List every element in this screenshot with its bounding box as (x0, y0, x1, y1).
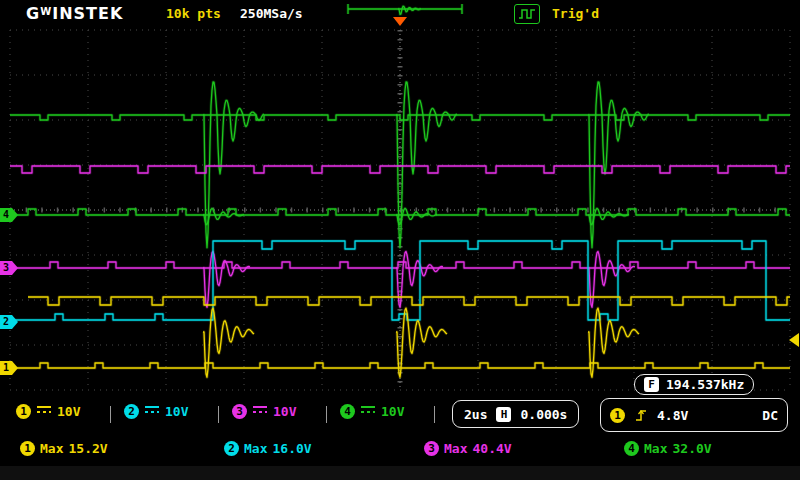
measurement-ch4: 4 Max 32.0V (624, 441, 712, 456)
trigger-level-marker (789, 333, 799, 347)
channel2-scale: 10V (165, 404, 188, 419)
channel3-settings: 3 10V (232, 404, 296, 419)
measurement-ch2-value: 16.0V (272, 441, 311, 456)
measurement-ch1-label: Max (40, 441, 63, 456)
channel4-scale: 10V (381, 404, 404, 419)
channel3-marker-label: 3 (0, 261, 12, 275)
channel4-marker-label: 4 (0, 208, 12, 222)
channel1-position-marker: 1 (0, 361, 18, 375)
separator (434, 406, 435, 423)
dc-coupling-icon (37, 406, 51, 417)
measurement-ch4-label: Max (644, 441, 667, 456)
marker-arrow-icon (12, 315, 18, 329)
measurement-ch3: 3 Max 40.4V (424, 441, 512, 456)
measurement-ch1-value: 15.2V (68, 441, 107, 456)
channel2-position-marker: 2 (0, 315, 18, 329)
measurement-ch2-label: Max (244, 441, 267, 456)
timebase-value: 2us (464, 407, 487, 422)
measurement-ch4-value: 32.0V (672, 441, 711, 456)
channel3-position-marker: 3 (0, 261, 18, 275)
separator (326, 406, 327, 423)
sample-rate-label: 250MSa/s (240, 6, 303, 21)
trigger-level-value: 4.8V (657, 408, 688, 423)
trigger-position-marker (393, 17, 407, 26)
channel3-scale: 10V (273, 404, 296, 419)
frequency-counter: F 194.537kHz (634, 374, 754, 395)
measurement-ch3-badge: 3 (424, 441, 439, 456)
dc-coupling-icon (145, 406, 159, 417)
frequency-value: 194.537kHz (666, 377, 744, 392)
dc-coupling-icon (253, 406, 267, 417)
horizontal-badge: H (496, 407, 511, 422)
measurement-ch3-value: 40.4V (472, 441, 511, 456)
memory-depth-label: 10k pts (166, 6, 221, 21)
measurement-ch3-label: Max (444, 441, 467, 456)
horizontal-position: 0.000s (520, 407, 567, 422)
marker-arrow-icon (12, 261, 18, 275)
brand-logo: GWINSTEK (26, 4, 123, 23)
frequency-badge: F (644, 377, 659, 392)
measurement-ch1: 1 Max 15.2V (20, 441, 108, 456)
measurement-ch4-badge: 4 (624, 441, 639, 456)
timebase-box: 2us H 0.000s (452, 400, 579, 428)
channel1-badge: 1 (16, 404, 31, 419)
channel1-marker-label: 1 (0, 361, 12, 375)
channel4-settings: 4 10V (340, 404, 404, 419)
channel4-position-marker: 4 (0, 208, 18, 222)
channel2-badge: 2 (124, 404, 139, 419)
marker-arrow-icon (12, 208, 18, 222)
marker-arrow-icon (12, 361, 18, 375)
trigger-coupling: DC (762, 408, 778, 423)
separator (218, 406, 219, 423)
trigger-settings-box: 1 4.8V DC (600, 398, 788, 432)
channel2-marker-label: 2 (0, 315, 12, 329)
channel3-badge: 3 (232, 404, 247, 419)
separator (110, 406, 111, 423)
trigger-status-label: Trig'd (552, 6, 599, 21)
channel4-badge: 4 (340, 404, 355, 419)
softkey-strip (0, 466, 800, 480)
oscilloscope-display: GWINSTEK 10k pts 250MSa/s Trig'd 4 3 2 1… (0, 0, 800, 480)
channel2-settings: 2 10V (124, 404, 188, 419)
rising-edge-icon (634, 408, 648, 422)
channel1-settings: 1 10V (16, 404, 80, 419)
measurement-ch2: 2 Max 16.0V (224, 441, 312, 456)
measurement-ch1-badge: 1 (20, 441, 35, 456)
dc-coupling-icon (361, 406, 375, 417)
channel1-scale: 10V (57, 404, 80, 419)
measurement-ch2-badge: 2 (224, 441, 239, 456)
trigger-source-badge: 1 (610, 408, 625, 423)
trigger-source-icon (514, 4, 540, 24)
